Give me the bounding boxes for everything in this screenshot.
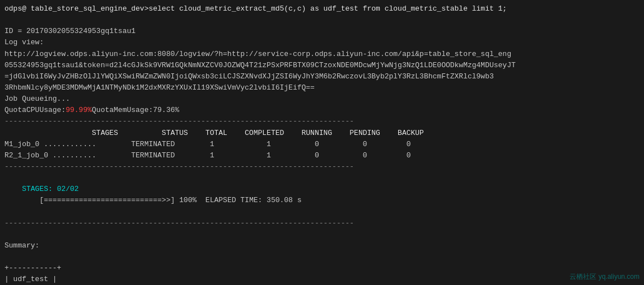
table-header: STAGES STATUS TOTAL COMPLETED RUNNING PE… — [4, 128, 640, 139]
blank-line-3 — [4, 251, 640, 263]
blank-line-1 — [4, 15, 640, 26]
cpu-value: 99.99% — [66, 105, 92, 116]
token-line-3: 3RhbmNlcy8yMDE3MDMwMjA1NTMyNDk1M2dxMXRzY… — [4, 82, 640, 94]
separator-1: ----------------------------------------… — [4, 116, 640, 127]
table-border-top: +-----------+ — [4, 263, 640, 274]
table-row-2: R2_1_job_0 .......... TERMINATED 1 1 0 0… — [4, 150, 640, 161]
logview-label: Log view: — [4, 37, 640, 48]
logview-url-1: http://logview.odps.aliyun-inc.com:8080/… — [4, 49, 640, 60]
blank-line-2 — [4, 229, 640, 240]
watermark: 云栖社区 yq.aliyun.com — [570, 272, 640, 282]
mem-label: QuotaMemUsage: — [92, 105, 153, 116]
id-line: ID = 20170302055324953gq1tsau1 — [4, 26, 640, 37]
separator-2: ----------------------------------------… — [4, 161, 640, 172]
command-line: odps@ table_store_sql_engine_dev>select … — [4, 3, 640, 15]
terminal-window: odps@ table_store_sql_engine_dev>select … — [0, 0, 644, 285]
queuing-line: Job Queueing... — [4, 94, 640, 105]
stages-label: STAGES: 02/02 — [22, 185, 78, 193]
cpu-label: QuotaCPUUsage: — [4, 105, 66, 116]
table-row-1: M1_job_0 ............ TERMINATED 1 1 0 0… — [4, 139, 640, 150]
quota-line: QuotaCPUUsage: 99.99% QuotaMemUsage: 79.… — [4, 105, 640, 116]
stages-progress: [===========================>>] 100% ELA… — [22, 196, 301, 204]
separator-3: ----------------------------------------… — [4, 218, 640, 229]
summary-line: Summary: — [4, 240, 640, 251]
token-line-2: =jdGlvbiI6WyJvZHBzOlJlYWQiXSwiRWZmZWN0Ij… — [4, 71, 640, 82]
stages-progress-line: STAGES: 02/02 [=========================… — [4, 172, 640, 218]
mem-value: 79.36% — [153, 105, 179, 116]
table-col-header: | udf_test | — [4, 274, 640, 285]
token-line-1: 055324953gq1tsau1&token=d2l4cGJkSk9VRW1G… — [4, 60, 640, 71]
